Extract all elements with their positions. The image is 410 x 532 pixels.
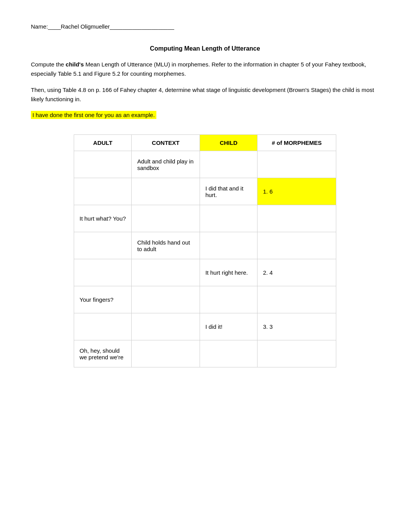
cell-context (132, 286, 200, 313)
highlight-note: I have done the first one for you as an … (31, 111, 156, 119)
cell-adult (74, 178, 132, 205)
cell-context: Adult and child play in sandbox (132, 151, 200, 178)
table-row: It hurt right here.2. 4 (74, 259, 336, 286)
cell-context: Child holds hand out to adult (132, 232, 200, 259)
cell-morphemes: 2. 4 (258, 259, 336, 286)
cell-child (200, 205, 257, 232)
cell-adult (74, 313, 132, 340)
cell-morphemes: 3. 3 (258, 313, 336, 340)
paragraph-1: Compute the child's Mean Length of Utter… (31, 60, 379, 78)
table-header-row: ADULT CONTEXT CHILD # of MORPHEMES (74, 135, 336, 151)
cell-morphemes: 1. 6 (258, 178, 336, 205)
table-row: I did that and it hurt.1. 6 (74, 178, 336, 205)
header-child: CHILD (200, 135, 257, 151)
cell-child: It hurt right here. (200, 259, 257, 286)
cell-adult: Oh, hey, should we pretend we're (74, 340, 132, 367)
cell-adult: Your fingers? (74, 286, 132, 313)
cell-child: I did it! (200, 313, 257, 340)
table-wrapper: ADULT CONTEXT CHILD # of MORPHEMES Adult… (74, 134, 336, 367)
cell-context (132, 259, 200, 286)
header-morphemes: # of MORPHEMES (258, 135, 336, 151)
paragraph-2: Then, using Table 4.8 on p. 166 of Fahey… (31, 85, 379, 104)
cell-adult (74, 151, 132, 178)
header-context: CONTEXT (132, 135, 200, 151)
cell-child (200, 286, 257, 313)
cell-morphemes (258, 151, 336, 178)
cell-adult (74, 259, 132, 286)
cell-child (200, 151, 257, 178)
table-row: It hurt what? You? (74, 205, 336, 232)
table-body: Adult and child play in sandboxI did tha… (74, 151, 336, 367)
cell-adult: It hurt what? You? (74, 205, 132, 232)
table-row: Child holds hand out to adult (74, 232, 336, 259)
cell-morphemes (258, 205, 336, 232)
cell-context (132, 313, 200, 340)
name-line: Name:____Rachel Oligmueller_____________… (31, 23, 379, 30)
cell-child (200, 340, 257, 367)
cell-morphemes (258, 340, 336, 367)
table-row: I did it!3. 3 (74, 313, 336, 340)
name-text: Name:____Rachel Oligmueller_____________… (31, 23, 174, 30)
table-row: Adult and child play in sandbox (74, 151, 336, 178)
cell-morphemes (258, 286, 336, 313)
table-row: Your fingers? (74, 286, 336, 313)
cell-context (132, 178, 200, 205)
page-title: Computing Mean Length of Utterance (31, 45, 379, 52)
highlight-note-wrapper: I have done the first one for you as an … (31, 111, 379, 127)
cell-adult (74, 232, 132, 259)
cell-child: I did that and it hurt. (200, 178, 257, 205)
cell-context (132, 205, 200, 232)
mlu-table: ADULT CONTEXT CHILD # of MORPHEMES Adult… (74, 134, 336, 367)
cell-context (132, 340, 200, 367)
cell-morphemes (258, 232, 336, 259)
cell-child (200, 232, 257, 259)
header-adult: ADULT (74, 135, 132, 151)
table-row: Oh, hey, should we pretend we're (74, 340, 336, 367)
